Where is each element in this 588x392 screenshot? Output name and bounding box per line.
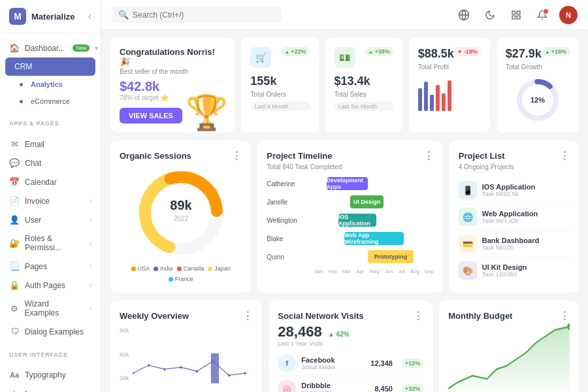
project-info: IOS Application Task 840/2.5k xyxy=(482,183,570,197)
user-icon: 👤 xyxy=(9,215,20,225)
total-growth-card: $27.9k ▲ +16% Total Growth 12% xyxy=(497,38,579,133)
sidebar-item-auth-pages[interactable]: 🔒 Auth Pages › xyxy=(0,276,101,295)
sidebar-item-label: Pages xyxy=(25,262,47,271)
translate-button[interactable] xyxy=(455,6,473,24)
chevron-icon: › xyxy=(90,263,91,270)
search-input[interactable] xyxy=(133,10,275,20)
svg-point-21 xyxy=(228,374,231,377)
timeline-bar: Development Apps xyxy=(327,177,368,190)
social-menu-button[interactable]: ⋮ xyxy=(413,310,423,322)
legend-item: France xyxy=(169,276,193,282)
collapse-sidebar-button[interactable]: ‹ xyxy=(88,10,91,22)
main-nav: 🏠 Dashboar... New ▾ CRM Analytics eComme… xyxy=(0,33,101,115)
legend-item: Canada xyxy=(177,265,204,272)
social-growth: ▲ 62% xyxy=(328,331,350,338)
dribbble-badge: +32% xyxy=(402,384,423,392)
project-item: 🌐 Web Application Task 99/1.42k xyxy=(459,204,570,231)
social-item-dribbble: ◎ Dribbble Community 8,450 +32% xyxy=(278,376,423,392)
search-icon: 🔍 xyxy=(118,10,129,20)
timeline-menu-button[interactable]: ⋮ xyxy=(423,150,434,162)
budget-menu-button[interactable]: ⋮ xyxy=(559,310,570,322)
search-bar[interactable]: 🔍 xyxy=(112,7,282,23)
social-info: Dribbble Community xyxy=(301,382,369,392)
invoice-icon: 📄 xyxy=(9,196,20,206)
budget-chart xyxy=(448,323,570,392)
profit-value: $88.5k xyxy=(418,47,454,61)
apps-section-label: APPS & PAGES xyxy=(0,115,101,129)
sidebar-item-chat[interactable]: 💬 Chat xyxy=(0,154,101,172)
organic-sessions-panel: Organic Sessions ⋮ 89k 2022 USA India C xyxy=(110,140,251,293)
sidebar-item-wizard[interactable]: ⚙ Wizard Examples › xyxy=(0,295,101,322)
svg-text:12%: 12% xyxy=(531,96,545,104)
avatar[interactable]: N xyxy=(559,6,578,24)
weekly-menu-button[interactable]: ⋮ xyxy=(242,310,253,322)
sidebar-item-typography[interactable]: Aa Typography xyxy=(0,366,101,384)
notification-button[interactable] xyxy=(533,6,551,24)
app-logo-icon: M xyxy=(9,8,26,25)
sidebar-item-invoice[interactable]: 📄 Invoice › xyxy=(0,191,101,210)
organic-menu-button[interactable]: ⋮ xyxy=(231,150,242,162)
sidebar-logo: M Materialize ‹ xyxy=(0,0,101,33)
sidebar-item-label: Invoice xyxy=(25,197,50,206)
middle-row: Organic Sessions ⋮ 89k 2022 USA India C xyxy=(110,140,579,293)
svg-point-20 xyxy=(212,360,214,363)
sidebar-item-roles[interactable]: 🔐 Roles & Permissi... › xyxy=(0,229,101,257)
project-info: Bank Dashboard Task 58/100 xyxy=(482,237,570,251)
projects-title: Project List ⋮ xyxy=(459,150,570,162)
chat-icon: 💬 xyxy=(9,158,20,168)
grid-button[interactable] xyxy=(507,6,525,24)
timeline-title: Project Timeline ⋮ xyxy=(267,150,433,162)
theme-button[interactable] xyxy=(481,6,499,24)
svg-point-17 xyxy=(163,368,166,370)
ui-nav: Aa Typography ★ Icons 🃏 Cards › xyxy=(0,361,101,392)
sidebar-item-analytics[interactable]: Analytics xyxy=(0,76,101,93)
auth-icon: 🔒 xyxy=(9,280,20,290)
project-timeline-panel: Project Timeline ⋮ Total 840 Task Comple… xyxy=(257,140,442,293)
sidebar-item-ecommerce[interactable]: eCommerce xyxy=(0,93,101,110)
sidebar-item-label: Email xyxy=(25,140,44,149)
timeline-row: Blake Web App Wireframing xyxy=(267,232,433,245)
sidebar-item-label: Chat xyxy=(25,159,41,168)
sidebar-item-pages[interactable]: 📃 Pages › xyxy=(0,257,101,276)
svg-text:89k: 89k xyxy=(170,198,192,212)
sidebar-item-email[interactable]: ✉ Email xyxy=(0,135,101,154)
stat-header: $88.5k ▼ -18% xyxy=(418,47,481,61)
legend-item: Japan xyxy=(208,265,231,272)
dot-icon xyxy=(20,83,23,86)
total-orders-card: 🛒 ▲ +22% 155k Total Orders Last 4 Month xyxy=(241,38,318,133)
sidebar-item-icons[interactable]: ★ Icons xyxy=(0,384,101,392)
congrats-card: Congratulations Norris! 🎉 Best seller of… xyxy=(110,38,235,133)
view-sales-button[interactable]: VIEW SALES xyxy=(120,108,182,123)
sidebar-item-label: CRM xyxy=(14,62,32,71)
projects-menu-button[interactable]: ⋮ xyxy=(559,150,570,162)
sidebar-item-calendar[interactable]: 📅 Calendar xyxy=(0,172,101,191)
svg-point-18 xyxy=(180,366,182,368)
timeline-bar: Prototyping xyxy=(368,250,413,263)
organic-legend: USA India Canada Japan France xyxy=(120,265,242,282)
bottom-row: Weekly Overview ⋮ 90k60k30k0 xyxy=(110,301,579,392)
timeline-row: Wellington IOS Application xyxy=(267,214,433,227)
topbar-icons: N xyxy=(455,6,578,24)
sidebar-item-user[interactable]: 👤 User › xyxy=(0,210,101,229)
new-badge: New xyxy=(73,44,90,52)
email-icon: ✉ xyxy=(9,139,20,149)
sidebar: M Materialize ‹ 🏠 Dashboar... New ▾ CRM … xyxy=(0,0,101,392)
sidebar-item-label: Dialog Examples xyxy=(25,327,84,336)
typography-icon: Aa xyxy=(9,371,20,379)
weekly-overview-panel: Weekly Overview ⋮ 90k60k30k0 xyxy=(110,301,262,392)
svg-point-19 xyxy=(195,370,198,372)
app-name: Materialize xyxy=(31,12,74,22)
profit-badge: ▼ -18% xyxy=(454,47,481,56)
orders-period: Last 4 Month xyxy=(250,102,309,111)
legend-item: USA xyxy=(131,265,150,272)
timeline-row: Quinn Prototyping xyxy=(267,250,433,263)
svg-rect-5 xyxy=(517,16,520,19)
social-total: 28,468 xyxy=(278,323,321,340)
star-icon: ⭐ xyxy=(161,94,169,101)
sidebar-item-dashboard[interactable]: 🏠 Dashboar... New ▾ xyxy=(0,39,101,57)
timeline-months: JanFebMarAprMayJunJulAugSep xyxy=(267,269,433,274)
facebook-badge: +12% xyxy=(402,359,423,368)
social-header: 28,468 ▲ 62% Last 1 Year Visits xyxy=(278,323,423,347)
sidebar-item-crm[interactable]: CRM xyxy=(5,57,95,76)
sidebar-item-dialog[interactable]: 🗨 Dialog Examples xyxy=(0,322,101,341)
